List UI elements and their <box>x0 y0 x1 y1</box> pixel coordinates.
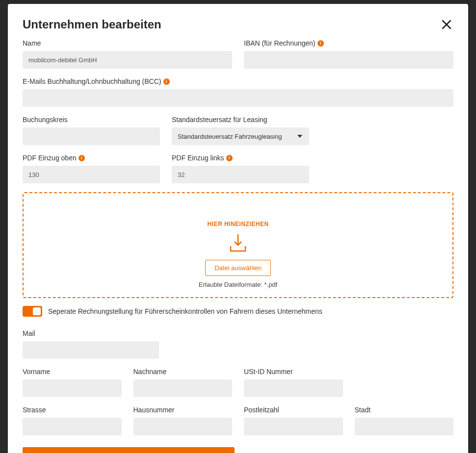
toggle-row: Seperate Rechnungstellung für Führersche… <box>23 306 453 317</box>
dropzone-hint: Erlaubte Dateiformate: *.pdf <box>33 281 443 288</box>
file-dropzone[interactable]: HIER HINEINZIEHEN Datei auswählen Erlaub… <box>23 192 453 298</box>
group-pdf-top: PDF Einzug oben i <box>23 154 160 183</box>
group-buchungskreis: Buchungskreis <box>23 116 160 145</box>
row-address: Strasse Hausnummer Postleitzahl Stadt <box>23 406 453 435</box>
info-icon[interactable]: i <box>163 78 170 85</box>
group-taxrate: Standardsteuersatz für Leasing Standards… <box>172 116 309 145</box>
label-name: Name <box>23 39 41 47</box>
label-stadt: Stadt <box>355 406 371 414</box>
label-hausnummer: Hausnummer <box>133 406 175 414</box>
row-bk-tax: Buchungskreis Standardsteuersatz für Lea… <box>23 116 453 145</box>
modal-header: Unternehmen bearbeiten <box>23 18 453 31</box>
input-plz[interactable] <box>244 418 343 435</box>
row-name-ustid: Vorname Nachname USt-ID Nummer . <box>23 368 453 397</box>
input-pdf-top[interactable] <box>23 166 160 183</box>
group-emails: E-Mails Buchhaltung/Lohnbuchhaltung (BCC… <box>23 77 453 107</box>
group-stadt: Stadt <box>355 406 454 435</box>
file-select-button[interactable]: Datei auswählen <box>205 260 271 276</box>
label-mail: Mail <box>23 329 35 337</box>
select-taxrate[interactable]: Standardsteuersatz Fahrzeugleasing <box>172 127 309 145</box>
label-pdf-top: PDF Einzug oben <box>23 154 77 162</box>
input-nachname[interactable] <box>133 379 233 397</box>
toggle-knob <box>33 307 41 315</box>
group-mail: Mail <box>23 329 159 359</box>
download-icon <box>228 232 248 253</box>
label-iban: IBAN (für Rechnungen) <box>244 39 316 47</box>
row-pdf: PDF Einzug oben i PDF Einzug links i <box>23 154 453 183</box>
close-icon <box>440 18 453 31</box>
input-hausnummer[interactable] <box>133 418 233 435</box>
input-vorname[interactable] <box>23 379 122 397</box>
dropzone-title: HIER HINEINZIEHEN <box>33 221 443 227</box>
group-nachname: Nachname <box>133 368 233 397</box>
group-hausnummer: Hausnummer <box>133 406 233 435</box>
label-plz: Postleitzahl <box>244 406 279 414</box>
input-pdf-left[interactable] <box>172 166 309 183</box>
input-buchungskreis[interactable] <box>23 127 160 145</box>
group-plz: Postleitzahl <box>244 406 343 435</box>
group-iban: IBAN (für Rechnungen) i <box>244 39 453 69</box>
input-stadt[interactable] <box>355 418 454 435</box>
label-emails: E-Mails Buchhaltung/Lohnbuchhaltung (BCC… <box>23 77 161 85</box>
group-strasse: Strasse <box>23 406 122 435</box>
label-vorname: Vorname <box>23 368 50 376</box>
input-name[interactable] <box>23 51 232 69</box>
row-name-iban: Name IBAN (für Rechnungen) i <box>23 39 453 69</box>
modal-title: Unternehmen bearbeiten <box>23 18 161 31</box>
edit-company-modal: Unternehmen bearbeiten Name IBAN (für Re… <box>8 4 468 453</box>
info-icon[interactable]: i <box>317 40 324 47</box>
label-buchungskreis: Buchungskreis <box>23 116 68 124</box>
label-pdf-left: PDF Einzug links <box>172 154 224 162</box>
info-icon[interactable]: i <box>79 155 85 161</box>
close-button[interactable] <box>440 18 453 31</box>
info-icon[interactable]: i <box>226 155 233 161</box>
input-ustid[interactable] <box>244 379 343 397</box>
separate-billing-toggle[interactable] <box>23 306 42 317</box>
row-emails: E-Mails Buchhaltung/Lohnbuchhaltung (BCC… <box>23 77 453 107</box>
label-strasse: Strasse <box>23 406 46 414</box>
group-vorname: Vorname <box>23 368 122 397</box>
label-nachname: Nachname <box>133 368 167 376</box>
input-emails[interactable] <box>23 89 453 107</box>
input-mail[interactable] <box>23 341 159 359</box>
toggle-label: Seperate Rechnungstellung für Führersche… <box>48 307 322 315</box>
save-button[interactable]: Speichern <box>23 447 235 453</box>
label-ustid: USt-ID Nummer <box>244 368 293 376</box>
label-taxrate: Standardsteuersatz für Leasing <box>172 116 267 124</box>
group-name: Name <box>23 39 232 69</box>
input-strasse[interactable] <box>23 418 122 435</box>
input-iban[interactable] <box>244 51 453 69</box>
group-ustid: USt-ID Nummer <box>244 368 343 397</box>
group-pdf-left: PDF Einzug links i <box>172 154 309 183</box>
